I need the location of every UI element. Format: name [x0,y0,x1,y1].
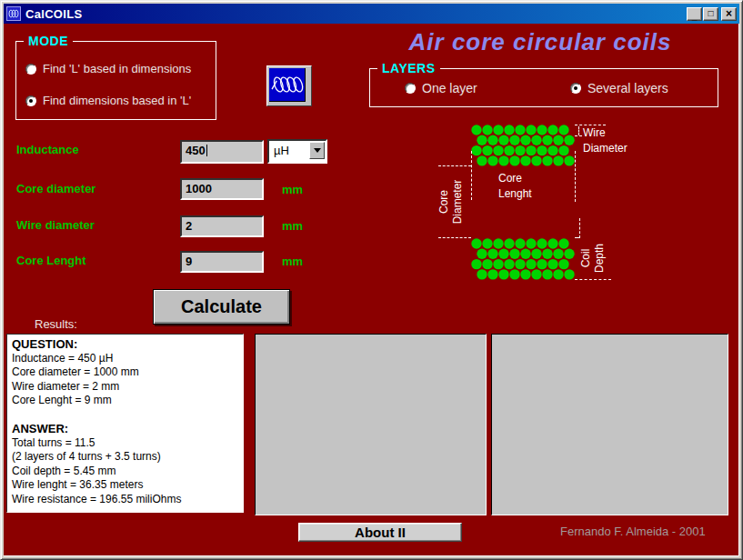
radio-circle[interactable] [25,64,36,75]
core-lenght-label: Core Lenght [16,254,86,267]
dropdown-button[interactable] [309,142,325,159]
wire-diameter-annotation: Wire Diameter [583,125,628,156]
results-line: Wire diameter = 2 mm [12,380,238,395]
text-caret [206,145,207,156]
client-area: MODE Find 'L' based in dimensions Find d… [4,24,739,556]
dashed-line [471,151,472,200]
results-line [12,408,238,423]
radio-one-layer[interactable]: One layer [405,81,477,95]
core-diameter-unit: mm [282,183,303,196]
core-diameter-annotation: Core Diameter [437,161,467,243]
core-lenght-annotation: Core Lenght [498,171,532,202]
chevron-down-icon [314,148,321,156]
core-diameter-label: Core diameter [16,182,95,195]
layers-caption: LAYERS [377,61,440,75]
mode-caption: MODE [24,34,73,48]
coil-depth-annotation: Coil Depth [579,225,608,292]
core-lenght-unit: mm [282,255,303,268]
app-icon [6,6,21,21]
results-line: Coil depth = 5.45 mm [12,465,238,479]
radio-find-l[interactable]: Find 'L' based in dimensions [25,62,191,75]
results-line: Total turns = 11.5 [12,436,238,451]
inductance-unit-dropdown[interactable]: µH [267,139,327,164]
radio-label: One layer [422,81,477,95]
calculate-button[interactable]: Calculate [153,289,290,325]
selected-unit: µH [274,144,289,157]
wire-diameter-unit: mm [282,219,303,233]
maximize-button[interactable]: □ [703,7,718,21]
radio-circle[interactable] [25,95,36,106]
dashed-line [578,126,579,135]
about-button[interactable]: About II [298,523,462,542]
results-text: QUESTION:Inductance = 450 µHCore diamete… [6,334,244,513]
radio-label: Find 'L' based in dimensions [43,62,191,75]
radio-label: Find dimensions based in 'L' [43,94,191,107]
dashed-line [575,151,576,202]
results-line: Core diameter = 1000 mm [12,365,238,380]
radio-circle[interactable] [405,83,416,94]
results-line: Wire resistance = 196.55 miliOhms [12,493,238,507]
mode-groupbox: MODE Find 'L' based in dimensions Find d… [15,41,216,120]
inductance-label: Inductance [16,143,79,156]
results-line: (2 layers of 4 turns + 3.5 turns) [12,450,238,465]
minimize-button[interactable]: _ [687,7,702,21]
results-line: Inductance = 450 µH [12,352,238,366]
close-button[interactable]: × [721,7,737,21]
coil-icon [266,65,312,106]
title-bar: CalCOILS _ □ × [4,4,739,24]
graph-panel-2 [491,334,728,515]
coil-cross-section-top [471,125,575,166]
results-line: ANSWER: [12,422,238,436]
wire-diameter-input[interactable]: 2 [180,215,264,237]
radio-find-dimensions[interactable]: Find dimensions based in 'L' [25,94,191,107]
core-lenght-input[interactable]: 9 [180,251,264,273]
wire-diameter-label: Wire diameter [16,218,95,232]
results-line: QUESTION: [12,337,238,352]
layers-groupbox: LAYERS One layer Several layers [369,68,718,107]
dashed-line [575,135,582,136]
radio-circle[interactable] [570,83,581,94]
inductance-input[interactable]: 450 [180,140,264,164]
radio-several-layers[interactable]: Several layers [570,81,668,95]
author-credit: Fernando F. Almeida - 2001 [560,525,706,538]
results-line: Core Lenght = 9 mm [12,394,238,408]
coil-cross-section-bottom [471,238,575,280]
graph-panel-1 [255,334,487,515]
results-label: Results: [35,317,77,331]
results-line: Wire lenght = 36.35 meters [12,478,238,493]
page-title: Air core circular coils [377,28,704,56]
radio-label: Several layers [587,81,668,95]
coil-diagram: Wire Diameter Core Lenght Core Diameter … [404,115,718,315]
core-diameter-input[interactable]: 1000 [180,178,264,200]
window-title: CalCOILS [25,7,82,21]
app-window: CalCOILS _ □ × MODE Find 'L' based in di… [0,0,743,560]
